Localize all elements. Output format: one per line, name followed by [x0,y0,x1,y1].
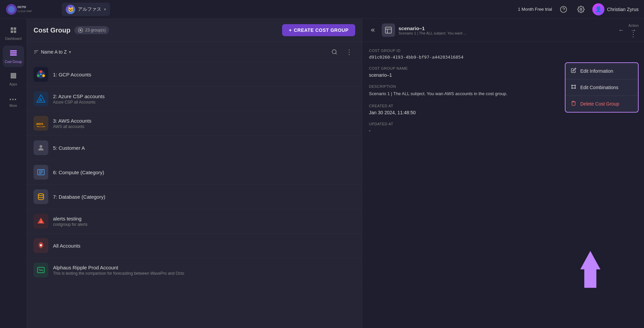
item-sub: This is testing the comparison for forec… [53,271,355,276]
sidebar-item-dashboard[interactable]: Dashboard [3,23,24,44]
user-area[interactable]: 👤 Christian Zyrus [592,3,639,15]
svg-point-50 [572,85,573,86]
group-count-badge: 23 group(s) [74,26,109,34]
collapse-button[interactable] [368,25,378,36]
edit-icon [571,68,576,74]
sidebar-item-apps[interactable]: Apps [3,68,24,90]
svg-point-34 [40,73,42,75]
svg-text:OCTO: OCTO [17,5,26,9]
vertical-dots-icon: ⋮ [346,49,353,55]
apps-icon [10,72,17,81]
sort-selector[interactable]: Name A to Z ▾ [34,49,71,55]
svg-rect-18 [12,75,14,77]
list-item[interactable]: 7: Database (Category) [27,185,362,209]
list-item[interactable]: ! alerts testing costgroup for alerts [27,209,362,234]
updated-at-section: Updated At - [369,122,637,133]
item-info: 7: Database (Category) [53,194,355,200]
three-dots-button[interactable]: ⋮ [628,29,639,40]
plus-icon: + [289,27,292,33]
cost-group-list: 1: GCP Accounts A 2: Azure CSP accounts … [27,62,362,328]
scenario-name: scenario–1 [398,25,612,31]
search-button[interactable] [328,46,340,58]
item-sub: costgroup for alerts [53,222,355,227]
sidebar-item-more[interactable]: ••• More [3,91,24,113]
svg-point-28 [332,50,336,54]
svg-rect-13 [10,54,17,56]
svg-text:!: ! [41,220,42,223]
settings-icon[interactable] [575,3,587,15]
workspace-selector[interactable]: 🐱 アルファス ▾ [62,3,110,16]
item-sub: AWS all accounts [53,124,355,129]
more-options-button[interactable]: ⋮ [343,46,355,58]
sidebar-label-dashboard: Dashboard [5,37,21,41]
prev-arrow-button[interactable]: ← [616,25,627,36]
svg-text:CLOUD SIMPLIFIED: CLOUD SIMPLIFIED [17,10,32,12]
item-sub: Azure CSP all Accounts [53,100,355,105]
item-name: 2: Azure CSP accounts [53,93,355,99]
item-icon-customer [34,140,48,155]
sidebar-label-apps: Apps [9,82,17,86]
cost-group-id-value: d91c0260-4193-4bb9-bf97-a44203416854 [369,55,637,60]
sidebar-item-cost-group[interactable]: Cost Group [3,46,24,67]
scenario-icon [382,23,395,37]
user-avatar: 👤 [592,3,604,15]
svg-point-43 [38,194,44,196]
item-icon-alerts: ! [34,214,48,228]
svg-point-32 [42,74,45,77]
main-layout: Dashboard Cost Group [0,19,644,328]
item-info: 3: AWS Accounts AWS all accounts [53,118,355,129]
page-title: Cost Group [34,26,70,34]
item-icon-database [34,189,48,204]
item-name: 7: Database (Category) [53,194,355,200]
create-cost-group-button[interactable]: + CREATE COST GROUP [282,24,355,36]
edit-combinations-item[interactable]: Edit Combinations [566,79,638,96]
svg-rect-10 [13,30,16,33]
trash-icon [571,101,576,107]
svg-point-31 [40,70,42,73]
svg-rect-16 [14,73,16,75]
list-item[interactable]: aws 3: AWS Accounts AWS all accounts [27,111,362,136]
right-panel: scenario–1 Scenario 1 | The ALL subject.… [362,19,644,328]
vertical-dots-icon: ⋮ [630,30,637,38]
list-item[interactable]: Alphaus Ripple Prod Account This is test… [27,258,362,282]
list-item[interactable]: A 2: Azure CSP accounts Azure CSP all Ac… [27,87,362,111]
action-section: Action ⋮ [628,23,639,40]
list-item[interactable]: All Accounts [27,234,362,258]
logo-area: OCTO CLOUD SIMPLIFIED [5,3,59,15]
help-icon[interactable] [557,3,570,15]
item-info: All Accounts [53,243,355,249]
list-item[interactable]: 5: Customer A [27,136,362,160]
item-icon-compute [34,165,48,180]
item-name: All Accounts [53,243,355,249]
panel-header: Cost Group 23 group(s) + CREATE COST GRO… [27,19,362,42]
cost-group-id-label: Cost Group ID [369,49,637,53]
edit-information-item[interactable]: Edit Information [566,63,638,79]
item-icon-aws: aws [34,116,48,131]
sort-chevron-icon: ▾ [69,49,71,55]
svg-rect-17 [10,75,12,77]
top-navigation: OCTO CLOUD SIMPLIFIED 🐱 アルファス ▾ 1 Month … [0,0,644,19]
item-name: 6: Compute (Category) [53,170,355,175]
delete-cost-group-item[interactable]: Delete Cost Group [566,96,638,112]
svg-rect-9 [10,30,13,33]
svg-line-29 [335,53,336,54]
item-icon-azure: A [34,91,48,106]
svg-point-33 [37,74,40,77]
item-info: Alphaus Ripple Prod Account This is test… [53,265,355,276]
svg-point-53 [575,88,576,89]
arrow-indicator [580,251,600,288]
item-name: 3: AWS Accounts [53,118,355,124]
item-name: 5: Customer A [53,145,355,151]
svg-rect-14 [10,73,12,75]
center-panel: Cost Group 23 group(s) + CREATE COST GRO… [27,19,362,328]
list-item[interactable]: 6: Compute (Category) [27,160,362,185]
list-item[interactable]: 1: GCP Accounts [27,62,362,87]
chevron-down-icon: ▾ [104,7,106,12]
updated-at-value: - [369,128,637,133]
item-info: alerts testing costgroup for alerts [53,216,355,227]
scenario-description: Scenario 1 | The ALL subject. You want .… [398,31,612,35]
sidebar-label-more: More [9,104,17,108]
sidebar: Dashboard Cost Group [0,19,27,328]
item-info: 5: Customer A [53,145,355,151]
svg-point-38 [40,145,42,148]
